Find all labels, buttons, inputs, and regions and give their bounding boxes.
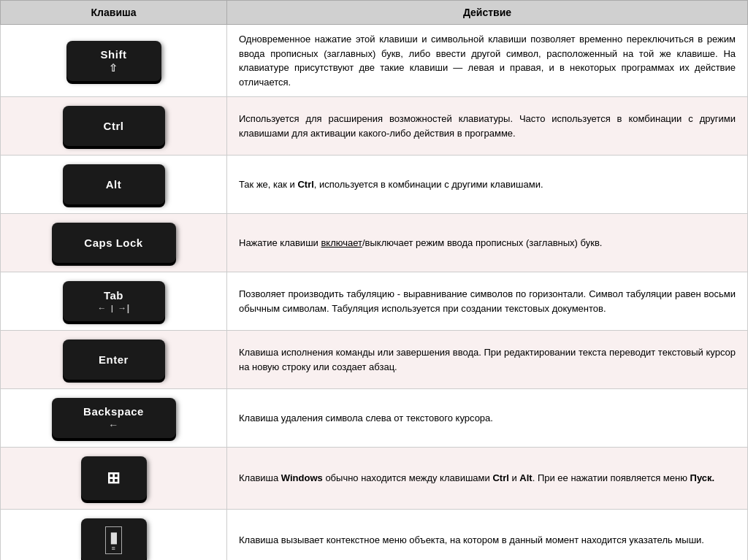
desc-capslock: Нажатие клавиши включает/выключает режим…: [227, 214, 748, 272]
key-ctrl: Ctrl: [63, 106, 165, 146]
key-alt: Alt: [63, 164, 165, 204]
desc-enter: Клавиша исполнения команды или завершени…: [227, 331, 748, 389]
key-cell-menu: ▮≡: [1, 510, 227, 561]
desc-tab: Позволяет производить табуляцию - выравн…: [227, 272, 748, 331]
key-ctrl-label: Ctrl: [104, 120, 124, 132]
windows-logo-icon: ⊞: [107, 469, 121, 488]
key-cell-tab: Tab ← | →|: [1, 272, 227, 331]
key-windows: ⊞: [81, 456, 147, 500]
table-row: Shift ⇧ Одновременное нажатие этой клави…: [1, 25, 748, 97]
key-capslock: Caps Lock: [52, 223, 176, 263]
key-alt-label: Alt: [106, 178, 122, 191]
key-cell-alt: Alt: [1, 156, 227, 214]
desc-menu: Клавиша вызывает контекстное меню объект…: [227, 510, 748, 561]
key-cell-capslock: Caps Lock: [1, 214, 227, 272]
key-cell-enter: Enter: [1, 331, 227, 389]
keyboard-table: Клавиша Действие Shift ⇧ Одновременное н…: [0, 0, 748, 560]
key-menu: ▮≡: [81, 518, 147, 560]
key-cell-ctrl: Ctrl: [1, 97, 227, 156]
table-row: ⊞ Клавиша Windows обычно находится между…: [1, 448, 748, 510]
desc-ctrl: Используется для расширения возможностей…: [227, 97, 748, 156]
col-header-action: Действие: [227, 1, 748, 25]
key-capslock-label: Caps Lock: [84, 237, 142, 249]
ctrl-bold: Ctrl: [297, 179, 313, 190]
table-row: Alt Так же, как и Ctrl, используется в к…: [1, 156, 748, 214]
table-row: Backspace ← Клавиша удаления символа сле…: [1, 389, 748, 448]
key-cell-windows: ⊞: [1, 448, 227, 510]
tab-arrows-icon: ← | →|: [97, 303, 129, 313]
key-tab: Tab ← | →|: [63, 281, 165, 321]
table-row: ▮≡ Клавиша вызывает контекстное меню объ…: [1, 510, 748, 561]
key-cell-shift: Shift ⇧: [1, 25, 227, 97]
key-cell-backspace: Backspace ←: [1, 389, 227, 448]
desc-windows: Клавиша Windows обычно находится между к…: [227, 448, 748, 510]
capslock-underline: включает: [321, 237, 362, 248]
key-shift-label: Shift: [101, 48, 127, 61]
table-row: Enter Клавиша исполнения команды или зав…: [1, 331, 748, 389]
alt-bold: Alt: [519, 472, 532, 483]
desc-alt: Так же, как и Ctrl, используется в комби…: [227, 156, 748, 214]
key-enter-label: Enter: [99, 353, 129, 366]
key-backspace-label: Backspace: [83, 405, 144, 418]
key-tab-label: Tab: [104, 289, 123, 302]
table-row: Ctrl Используется для расширения возможн…: [1, 97, 748, 156]
pusk-bold: Пуск.: [690, 472, 715, 483]
key-enter: Enter: [63, 340, 165, 380]
shift-up-arrow-icon: ⇧: [109, 62, 118, 74]
key-backspace: Backspace ←: [52, 398, 176, 438]
ctrl-bold2: Ctrl: [492, 472, 508, 483]
desc-backspace: Клавиша удаления символа слева от тексто…: [227, 389, 748, 448]
desc-shift: Одновременное нажатие этой клавиши и сим…: [227, 25, 748, 97]
backspace-arrow-icon: ←: [108, 419, 119, 431]
table-row: Caps Lock Нажатие клавиши включает/выклю…: [1, 214, 748, 272]
menu-context-icon: ▮≡: [105, 526, 123, 553]
table-row: Tab ← | →| Позволяет производить табуляц…: [1, 272, 748, 331]
key-shift: Shift ⇧: [66, 41, 161, 81]
windows-bold: Windows: [281, 472, 323, 483]
col-header-key: Клавиша: [1, 1, 227, 25]
